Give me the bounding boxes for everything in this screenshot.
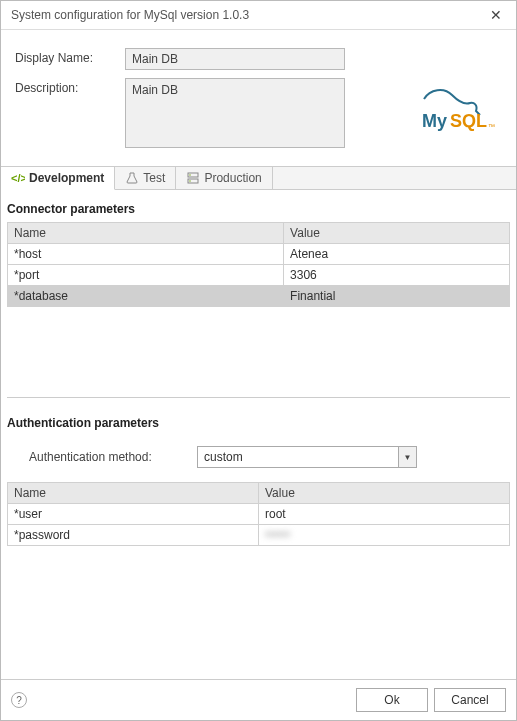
connector-table[interactable]: Name Value *host Atenea *port 3306 *data… — [7, 222, 510, 307]
svg-point-5 — [190, 180, 191, 181]
cell-value[interactable]: Atenea — [284, 244, 510, 265]
titlebar: System configuration for MySql version 1… — [1, 1, 516, 30]
tab-development[interactable]: </> Development — [1, 167, 115, 190]
mysql-logo: My SQL ™ — [418, 85, 496, 136]
window-title: System configuration for MySql version 1… — [11, 8, 249, 22]
table-row[interactable]: *host Atenea — [8, 244, 510, 265]
cell-name: *host — [8, 244, 284, 265]
tabs: </> Development Test Production — [1, 166, 516, 190]
svg-point-4 — [190, 174, 191, 175]
password-masked: •••••• — [265, 528, 290, 542]
chevron-down-icon[interactable]: ▼ — [398, 447, 416, 467]
flask-icon — [125, 171, 139, 185]
auth-col-value: Value — [259, 483, 510, 504]
footer: ? Ok Cancel — [1, 679, 516, 720]
auth-table[interactable]: Name Value *user root *password •••••• — [7, 482, 510, 546]
display-name-row: Display Name: — [15, 48, 502, 70]
logo-my: My — [422, 111, 447, 131]
tab-development-label: Development — [29, 171, 104, 185]
tab-test-label: Test — [143, 171, 165, 185]
server-icon — [186, 171, 200, 185]
cell-value[interactable]: root — [259, 504, 510, 525]
logo-sql: SQL — [450, 111, 487, 131]
svg-text:</>: </> — [11, 172, 25, 184]
close-icon[interactable]: ✕ — [486, 7, 506, 23]
auth-title: Authentication parameters — [7, 412, 510, 436]
ok-button[interactable]: Ok — [356, 688, 428, 712]
table-row-selected[interactable]: *database Finantial — [8, 286, 510, 307]
cell-name: *user — [8, 504, 259, 525]
table-row[interactable]: *port 3306 — [8, 265, 510, 286]
cell-value[interactable]: Finantial — [284, 286, 510, 307]
display-name-label: Display Name: — [15, 48, 125, 65]
auth-method-value: custom — [198, 447, 398, 467]
header-form: Display Name: Description: Main DB My SQ… — [1, 30, 516, 166]
auth-method-row: Authentication method: custom ▼ — [7, 436, 510, 482]
cell-name: *password — [8, 525, 259, 546]
connector-title: Connector parameters — [7, 198, 510, 222]
content: Display Name: Description: Main DB My SQ… — [1, 30, 516, 679]
auth-method-combo[interactable]: custom ▼ — [197, 446, 417, 468]
display-name-input[interactable] — [125, 48, 345, 70]
tab-production[interactable]: Production — [176, 167, 272, 189]
table-row[interactable]: *password •••••• — [8, 525, 510, 546]
auth-panel: Authentication parameters Authentication… — [1, 404, 516, 546]
cell-value[interactable]: •••••• — [259, 525, 510, 546]
auth-method-label: Authentication method: — [15, 450, 185, 464]
table-row[interactable]: *user root — [8, 504, 510, 525]
tab-test[interactable]: Test — [115, 167, 176, 189]
connector-panel: Connector parameters Name Value *host At… — [1, 190, 516, 404]
connector-col-name: Name — [8, 223, 284, 244]
tab-production-label: Production — [204, 171, 261, 185]
svg-text:™: ™ — [488, 123, 495, 130]
code-icon: </> — [11, 171, 25, 185]
cell-name: *port — [8, 265, 284, 286]
cell-value[interactable]: 3306 — [284, 265, 510, 286]
auth-col-name: Name — [8, 483, 259, 504]
description-label: Description: — [15, 78, 125, 95]
connector-col-value: Value — [284, 223, 510, 244]
description-input[interactable]: Main DB — [125, 78, 345, 148]
cell-name: *database — [8, 286, 284, 307]
help-icon[interactable]: ? — [11, 692, 27, 708]
cancel-button[interactable]: Cancel — [434, 688, 506, 712]
